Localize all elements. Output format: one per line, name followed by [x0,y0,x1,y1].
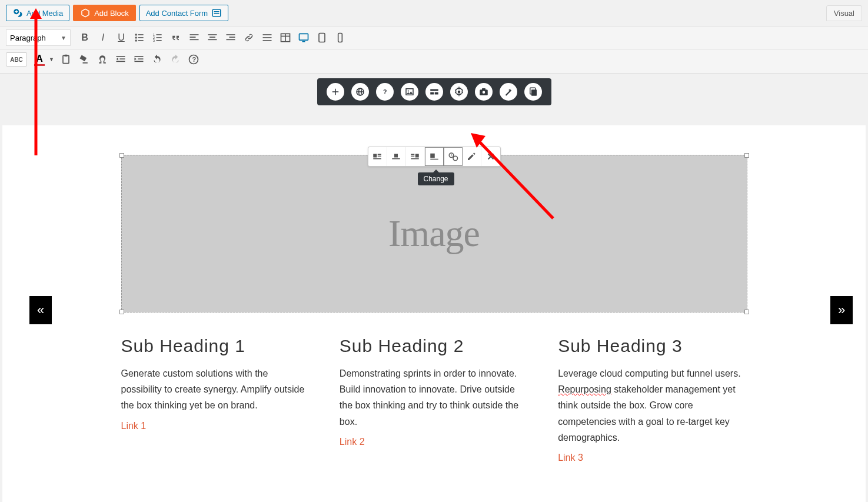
magic-button[interactable] [500,83,517,101]
column-1-link[interactable]: Link 1 [121,421,147,431]
camera-button[interactable] [475,83,493,101]
add-block-label: Add Block [94,9,129,18]
align-img-center-button[interactable] [387,147,406,166]
spell-error: Repurposing [558,384,611,394]
svg-rect-22 [230,36,235,38]
column-2-text: Demonstrating sprints in order to innova… [340,365,528,430]
text-color-button[interactable]: A ▼ [32,54,56,66]
svg-rect-62 [373,158,381,159]
table-button[interactable] [277,29,294,46]
svg-rect-12 [157,37,162,38]
clear-format-button[interactable] [75,51,93,68]
align-right-button[interactable] [222,29,240,46]
media-icon [12,8,23,18]
paste-button[interactable] [57,51,75,68]
svg-rect-21 [227,34,235,35]
align-left-button[interactable] [185,29,203,46]
format-select[interactable]: Paragraph ▼ [6,29,71,46]
spellcheck-button[interactable]: ABC [6,52,27,67]
svg-rect-39 [134,56,143,57]
svg-point-72 [453,156,458,161]
special-char-button[interactable] [94,51,111,68]
prev-slide-button[interactable]: « [29,296,52,324]
bullet-list-button[interactable] [131,29,148,46]
settings-button[interactable] [450,83,468,101]
svg-rect-32 [319,34,325,42]
svg-point-3 [135,34,137,35]
svg-rect-66 [411,154,414,155]
add-button[interactable] [327,83,344,101]
align-img-right-button[interactable] [406,147,425,166]
duplicate-button[interactable] [524,83,542,101]
remove-image-button[interactable] [481,147,500,166]
svg-rect-24 [263,34,272,35]
image-alignment-toolbar [368,147,501,167]
numbered-list-button[interactable]: 123 [149,29,167,46]
link-button[interactable] [240,29,258,46]
svg-rect-67 [411,156,414,157]
svg-rect-59 [373,154,377,158]
columns-button[interactable] [425,83,443,101]
change-tooltip: Change [418,172,454,185]
resize-handle-bl[interactable] [119,310,124,314]
indent-button[interactable] [130,51,148,68]
resize-handle-tl[interactable] [119,153,124,158]
svg-rect-14 [157,40,162,41]
svg-rect-60 [378,154,381,155]
preview-button[interactable] [295,29,312,46]
resize-handle-tr[interactable] [744,153,749,158]
sub-heading-1: Sub Heading 1 [121,336,310,356]
sub-heading-2: Sub Heading 2 [340,336,528,356]
image-placeholder-text: Image [388,212,480,255]
svg-rect-68 [411,158,419,159]
visual-tab[interactable]: Visual [826,5,862,21]
svg-rect-18 [208,34,217,35]
mobile-button[interactable] [331,29,349,46]
svg-rect-6 [138,37,144,38]
svg-rect-17 [190,39,199,41]
help-dark-button[interactable]: ? [376,83,394,101]
svg-point-5 [135,36,137,38]
chevron-down-icon[interactable]: ▼ [46,56,56,62]
svg-point-53 [457,91,460,94]
svg-rect-64 [392,158,400,159]
underline-button[interactable]: U [112,29,130,46]
bold-button[interactable]: B [76,29,94,46]
sub-heading-3: Sub Heading 3 [558,336,747,356]
svg-rect-33 [338,34,342,42]
redo-button[interactable] [167,51,184,68]
next-slide-button[interactable]: » [830,296,853,324]
add-media-button[interactable]: Add Media [6,5,69,21]
add-block-button[interactable]: Add Block [73,5,136,21]
outdent-button[interactable] [112,51,129,68]
image-button[interactable] [401,83,418,101]
add-contact-form-button[interactable]: Add Contact Form [139,5,229,21]
tablet-button[interactable] [313,29,331,46]
change-image-button[interactable] [444,147,463,166]
italic-button[interactable]: I [94,29,112,46]
svg-rect-20 [208,39,217,41]
globe-button[interactable] [351,83,369,101]
svg-rect-52 [434,92,438,95]
column-2-link[interactable]: Link 2 [340,437,365,447]
resize-handle-br[interactable] [744,310,749,314]
svg-rect-4 [138,34,144,35]
insert-more-button[interactable] [258,29,276,46]
align-center-button[interactable] [204,29,221,46]
edit-image-button[interactable] [463,147,481,166]
editor-toolbar-row2: ABC A ▼ ? [0,49,868,74]
svg-rect-69 [430,154,435,158]
undo-button[interactable] [148,51,166,68]
svg-rect-25 [263,37,272,38]
block-toolbar-dark: ? [317,78,551,105]
columns-row: Sub Heading 1 Generate custom solutions … [121,336,747,463]
align-img-none-button[interactable] [425,147,444,166]
svg-rect-23 [227,39,235,41]
blockquote-button[interactable] [167,29,185,46]
help-button[interactable]: ? [185,51,202,68]
chevron-down-icon: ▼ [61,35,66,41]
align-img-left-button[interactable] [368,147,387,166]
column-3-link[interactable]: Link 3 [558,453,583,463]
column-1-text: Generate custom solutions with the possi… [121,365,310,414]
svg-text:3: 3 [153,39,155,42]
